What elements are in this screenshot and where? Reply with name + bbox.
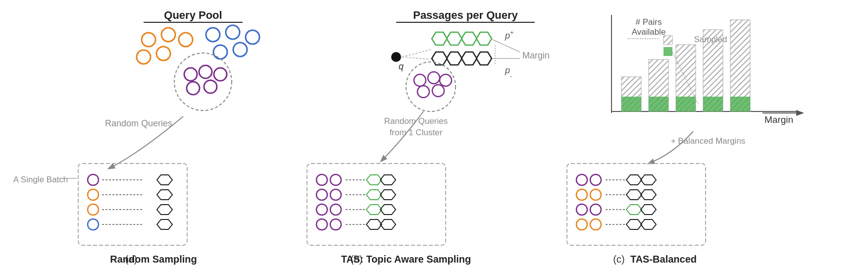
batch-orange [88,189,99,200]
p-plus-label: p [505,31,510,41]
single-batch-label: A Single Batch [13,175,68,184]
b-ghex1 [366,175,382,185]
cluster-circle-a [174,53,232,110]
blue-circle [233,43,247,56]
balanced-margins-label: + Balanced Margins [671,136,746,146]
p-plus-sup: + [510,29,514,36]
pairs-available-label2: Available [632,27,666,37]
b-purple3 [440,74,452,86]
c-hex7 [641,219,656,229]
purple-circle [184,68,197,81]
bar2-green [649,97,668,111]
green-hex4 [476,32,492,45]
margin-line-top [493,40,520,52]
orange-circle [179,33,193,47]
b-ghex3 [366,205,382,215]
hex-a4 [157,219,172,229]
b-bkhex4 [366,219,382,229]
bar3-green [676,97,696,111]
c-ghex1 [626,205,642,215]
bar1-green [621,97,641,111]
blue-circle [226,25,240,39]
q-connect1 [402,50,431,57]
bar5-green [730,97,750,111]
c-hex3 [626,190,642,200]
b-batch-purple2 [330,174,341,185]
orange-circle [137,50,151,64]
black-hex2 [447,52,462,65]
bar4-green [703,97,723,111]
random-queries-label-a: Random Queries [105,118,172,128]
c-orange4 [590,219,601,230]
purple-circle [204,80,217,93]
batch-orange2 [88,204,99,215]
purple-circle [199,65,212,78]
b-purple1 [414,74,426,86]
b-bkhex2 [380,190,396,200]
query-pool-header: Query Pool [164,9,222,21]
green-hex1 [432,32,447,45]
margin-axis-label: Margin [765,114,793,125]
b-bkhex1 [380,175,396,185]
p-minus-label: p [505,65,510,75]
green-hex3 [461,32,477,45]
blue-circle [206,28,220,42]
hex-a2 [157,190,172,200]
b-purple4 [417,86,429,98]
diagram-svg: Query Pool Random Queries A Single Batch… [0,0,868,273]
b-batch-purple5 [316,204,327,215]
b-ghex2 [366,190,382,200]
hex-a1 [157,175,172,185]
c-hex5 [641,205,656,215]
b-batch-purple7 [316,219,327,230]
c-orange2 [590,189,601,200]
q-connect2 [402,57,431,59]
orange-circle [142,33,155,47]
passages-per-query-header: Passages per Query [413,9,518,21]
p-minus-sup: - [510,72,512,80]
b-batch-purple8 [330,219,341,230]
green-hex2 [447,32,462,45]
margin-label-b: Margin [522,51,550,60]
purple-circle [214,68,227,81]
label-a-bold: Random Sampling [110,254,197,265]
blue-circle [246,30,259,44]
purple-circle [187,82,200,95]
q-label: q [399,61,404,71]
c-hex4 [641,190,656,200]
b-purple2 [428,72,440,84]
b-batch-purple1 [316,174,327,185]
c-purple2 [590,174,601,185]
c-purple4 [590,204,601,215]
legend-sampled-box [664,47,672,56]
from-1-cluster-label: from 1 Cluster [390,128,443,137]
c-purple3 [576,204,587,215]
hex-a3 [157,205,172,215]
b-bkhex3 [380,205,396,215]
black-hex3 [461,52,477,65]
b-batch-purple6 [330,204,341,215]
c-purple1 [576,174,587,185]
c-hex1 [626,175,642,185]
main-container: Query Pool Random Queries A Single Batch… [0,0,868,273]
orange-circle [161,28,175,42]
pairs-available-label: # Pairs [636,17,662,27]
legend-available-box [664,36,672,45]
c-orange3 [576,219,587,230]
blue-circle [213,45,227,59]
label-c-bold: TAS-Balanced [630,254,697,265]
batch-purple [88,174,99,185]
c-hex6 [626,219,642,229]
b-purple5 [432,85,444,97]
b-bkhex5 [380,219,396,229]
query-dot [391,52,401,62]
label-b-bold: TAS: Topic Aware Sampling [341,254,471,265]
b-batch-purple4 [330,189,341,200]
b-batch-purple3 [316,189,327,200]
batch-blue [88,219,99,230]
label-c-pre: (c) [613,254,624,265]
c-orange1 [576,189,587,200]
cluster-circle-b [406,62,456,111]
c-hex2 [641,175,656,185]
orange-circle [156,47,170,60]
